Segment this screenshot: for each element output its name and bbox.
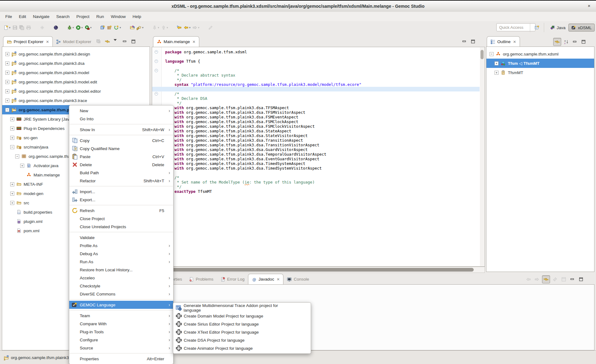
expand-expander-icon[interactable]: + — [10, 136, 14, 140]
tree-item-org-gemoc-sample-tfsm-xdsml[interactable]: −org.gemoc.sample.tfsm.xdsml — [486, 49, 594, 59]
tree-item-org-gemoc-sample-tfsm-plaink3-trace[interactable]: +org.gemoc.sample.tfsm.plaink3.trace — [2, 96, 150, 105]
run-config-button[interactable]: ▾ — [84, 23, 93, 32]
menu-item-paste[interactable]: PasteCtrl+V — [69, 153, 173, 161]
menu-item-team[interactable]: Team› — [69, 312, 173, 320]
menu-item-close-unrelated-projects[interactable]: Close Unrelated Projects — [69, 223, 173, 231]
menu-item-create-sirius-editor-project-for-language[interactable]: Create Sirius Editor Project for languag… — [173, 320, 311, 328]
horizontal-scroll-thumb[interactable] — [154, 268, 474, 272]
run-button[interactable]: ▾ — [75, 23, 84, 32]
fold-minus-icon[interactable]: − — [155, 92, 158, 95]
editor-tab-main-melange[interactable]: Main.melange✕ — [153, 36, 199, 47]
expand-expander-icon[interactable]: + — [10, 192, 14, 196]
expand-expander-icon[interactable]: + — [10, 117, 14, 121]
expand-expander-icon[interactable]: + — [494, 61, 499, 65]
menu-item-configure[interactable]: Configure› — [69, 336, 173, 344]
expand-expander-icon[interactable]: + — [5, 89, 9, 93]
close-tab-icon[interactable]: ✕ — [192, 40, 196, 44]
expand-expander-icon[interactable]: + — [5, 52, 9, 56]
menu-item-build-path[interactable]: Build Path› — [69, 169, 173, 177]
vertical-scroll-thumb[interactable] — [481, 50, 484, 59]
menu-item-go-into[interactable]: Go Into — [69, 115, 173, 123]
tree-item-org-gemoc-sample-tfsm-plaink3-model-editor[interactable]: +org.gemoc.sample.tfsm.plaink3.model.edi… — [2, 87, 150, 96]
minimize-button[interactable] — [571, 38, 579, 46]
new-package-button[interactable] — [106, 23, 113, 32]
close-tab-icon[interactable]: ✕ — [46, 40, 49, 44]
fold-minus-icon[interactable]: − — [155, 69, 158, 72]
editor-vertical-scrollbar[interactable] — [480, 47, 484, 266]
menu-item-create-domain-model-project-for-language[interactable]: Create Domain Model Project for language — [173, 312, 311, 320]
view-tab-javadoc[interactable]: @Javadoc✕ — [248, 274, 283, 284]
menu-item-source[interactable]: Source› — [69, 344, 173, 352]
menu-item-close-project[interactable]: Close Project — [69, 215, 173, 223]
menu-item-checkstyle[interactable]: Checkstyle› — [69, 282, 173, 290]
menu-item-diverse-commons[interactable]: DiverSE Commons› — [69, 290, 173, 298]
menu-item-create-xtext-editor-project-for-language[interactable]: Create XText Editor Project for language — [173, 328, 311, 336]
menu-item-profile-as[interactable]: Profile As› — [69, 242, 173, 250]
menu-item-delete[interactable]: DeleteDelete — [69, 161, 173, 169]
menu-item-refactor[interactable]: RefactorShift+Alt+T› — [69, 177, 173, 185]
editor-horizontal-scrollbar[interactable] — [152, 267, 485, 273]
link-with-editor-button[interactable] — [553, 38, 561, 46]
maximize-button[interactable] — [577, 276, 585, 283]
menu-item-plug-in-tools[interactable]: Plug-in Tools› — [69, 328, 173, 336]
maximize-button[interactable] — [469, 38, 477, 45]
external-browser-button[interactable] — [52, 23, 59, 32]
open-element-button[interactable] — [129, 23, 136, 32]
menubar-item-edit[interactable]: Edit — [16, 13, 29, 20]
tree-item-org-gemoc-sample-tfsm-plaink3-design[interactable]: +org.gemoc.sample.tfsm.plaink3.design — [2, 49, 150, 59]
collapse-expander-icon[interactable]: − — [5, 108, 9, 112]
menubar-item-file[interactable]: File — [2, 13, 16, 20]
collapse-expander-icon[interactable]: − — [490, 52, 494, 56]
menu-item-export[interactable]: Export... — [69, 196, 173, 204]
minimize-button[interactable] — [461, 38, 468, 45]
link-with-editor-button[interactable] — [104, 38, 111, 45]
expand-expander-icon[interactable]: + — [5, 99, 9, 103]
new-wizard-button[interactable]: ▾ — [2, 23, 11, 32]
fold-minus-icon[interactable]: − — [155, 60, 158, 63]
menubar-item-window[interactable]: Window — [107, 13, 129, 20]
collapse-expander-icon[interactable]: − — [15, 154, 19, 158]
view-menu-button[interactable] — [112, 38, 120, 45]
maximize-button[interactable] — [130, 38, 137, 45]
open-perspective-button[interactable] — [533, 24, 541, 31]
menu-item-copy[interactable]: CopyCtrl+C — [69, 136, 173, 144]
view-tab-model-explorer[interactable]: Model Explorer — [53, 37, 95, 47]
expand-expander-icon[interactable]: + — [20, 164, 24, 168]
menubar-item-navigate[interactable]: Navigate — [29, 13, 53, 20]
view-tab-error-log[interactable]: Error Log — [217, 274, 248, 284]
sort-az-button[interactable]: az — [562, 38, 570, 46]
menu-item-restore-from-local-history[interactable]: Restore from Local History... — [69, 266, 173, 274]
new-melange-project-button[interactable] — [99, 23, 106, 32]
back-button[interactable]: ▾ — [183, 23, 192, 32]
debug-button[interactable]: ▾ — [66, 23, 75, 32]
perspective-button-java[interactable]: JJava — [547, 24, 568, 31]
menu-item-gemoc-language[interactable]: GEMOC Language› — [69, 301, 173, 309]
tree-item-org-gemoc-sample-tfsm-plaink3-dsa[interactable]: +org.gemoc.sample.tfsm.plaink3.dsa — [2, 59, 150, 68]
close-tab-icon[interactable]: ✕ — [277, 277, 280, 282]
tree-item-tfsmmt[interactable]: +TfsmMT — [486, 68, 594, 77]
search-button[interactable]: ▾ — [136, 23, 145, 32]
close-tab-icon[interactable]: ✕ — [513, 40, 516, 44]
tree-item-org-gemoc-sample-tfsm-plaink3-model-edit[interactable]: +org.gemoc.sample.tfsm.plaink3.model.edi… — [2, 77, 150, 87]
menu-item-debug-as[interactable]: Debug As› — [69, 250, 173, 258]
minimize-button[interactable] — [121, 38, 129, 45]
menubar-item-project[interactable]: Project — [73, 13, 93, 20]
view-tab-project-explorer[interactable]: Project Explorer✕ — [3, 36, 53, 47]
menubar-item-search[interactable]: Search — [53, 13, 73, 20]
menu-item-create-dsa-project-for-language[interactable]: Create DSA Project for language — [173, 336, 311, 344]
menu-item-generate-multidimensional-trace-addon-project-for-language[interactable]: Generate Multidimensional Trace Addon pr… — [173, 304, 311, 312]
last-edit-location-button[interactable] — [176, 23, 183, 32]
menu-item-validate[interactable]: Validate — [69, 233, 173, 242]
expand-expander-icon[interactable]: + — [10, 182, 14, 186]
tree-item-org-gemoc-sample-tfsm-plaink3-model[interactable]: +org.gemoc.sample.tfsm.plaink3.model — [2, 68, 150, 77]
generate-button[interactable]: ▾ — [113, 23, 122, 32]
link-with-editor-button[interactable] — [542, 275, 550, 283]
expand-expander-icon[interactable]: + — [5, 71, 9, 75]
collapse-expander-icon[interactable]: − — [10, 145, 14, 149]
menu-item-run-as[interactable]: Run As› — [69, 258, 173, 266]
fold-minus-icon[interactable]: − — [155, 50, 158, 54]
menu-item-copy-qualified-name[interactable]: Copy Qualified Name — [69, 144, 173, 153]
minimize-button[interactable] — [569, 276, 576, 283]
expand-expander-icon[interactable]: + — [5, 80, 9, 84]
menu-item-show-in[interactable]: Show InShift+Alt+W› — [69, 126, 173, 134]
